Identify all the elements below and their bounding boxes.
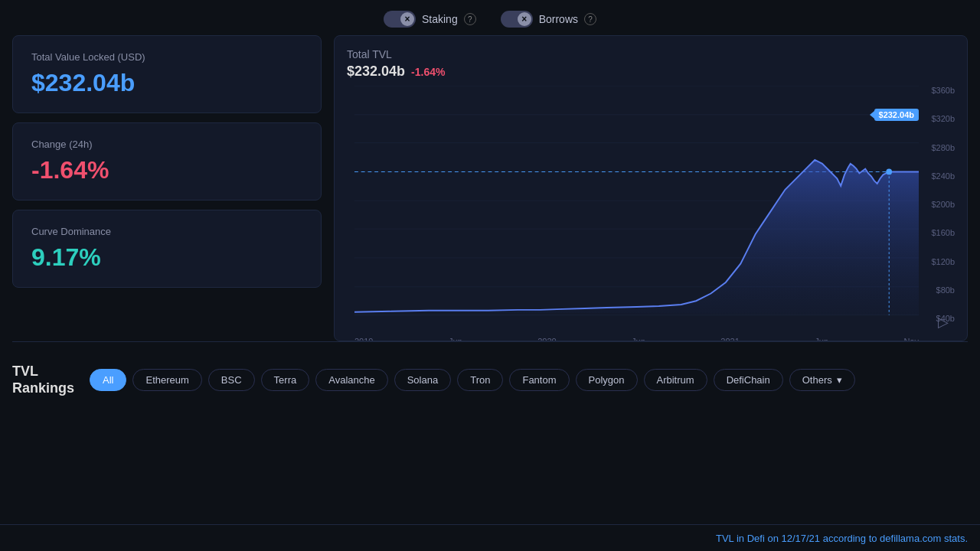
tooltip-value: $232.04b — [879, 110, 914, 119]
staking-help-icon[interactable]: ? — [464, 13, 476, 25]
main-content: Total Value Locked (USD) $232.04b Change… — [0, 35, 980, 341]
y-label-80: $80b — [936, 285, 955, 295]
borrows-toggle[interactable] — [501, 11, 533, 28]
y-label-320: $320b — [931, 114, 955, 123]
rankings-header: TVL Rankings All Ethereum BSC Terra Aval… — [12, 364, 968, 396]
x-label-jun1: Jun — [449, 337, 462, 341]
x-label-2019: 2019 — [354, 337, 373, 341]
top-bar: Staking ? Borrows ? — [0, 0, 980, 35]
rankings-title-line2: Rankings — [12, 380, 74, 396]
change-card: Change (24h) -1.64% — [12, 122, 322, 201]
borrows-toggle-group: Borrows ? — [501, 11, 596, 28]
dominance-label: Curve Dominance — [31, 226, 302, 237]
x-label-2021: 2021 — [720, 337, 739, 341]
chain-btn-all[interactable]: All — [90, 369, 126, 391]
others-dropdown[interactable]: Others ▾ — [789, 369, 855, 391]
stats-panel: Total Value Locked (USD) $232.04b Change… — [12, 35, 334, 341]
x-axis: 2019 Jun 2020 Jun 2021 Jun Nov — [354, 337, 919, 341]
chain-btn-bsc[interactable]: BSC — [208, 369, 255, 391]
bottom-bar: TVL in Defi on 12/17/21 according to def… — [0, 524, 980, 551]
y-label-240: $240b — [931, 171, 955, 181]
x-label-2020: 2020 — [537, 337, 556, 341]
chart-value-row: $232.04b -1.64% — [347, 64, 961, 80]
y-label-200: $200b — [931, 200, 955, 209]
others-label: Others — [802, 374, 832, 386]
chain-btn-defichain[interactable]: DefiChain — [714, 369, 783, 391]
staking-label: Staking — [422, 13, 458, 25]
chart-value: $232.04b — [347, 64, 405, 80]
chain-btn-avalanche[interactable]: Avalanche — [315, 369, 387, 391]
x-label-jun2: Jun — [632, 337, 645, 341]
chain-btn-arbitrum[interactable]: Arbitrum — [644, 369, 707, 391]
chart-change: -1.64% — [411, 66, 445, 78]
x-label-jun3: Jun — [815, 337, 828, 341]
chart-svg — [354, 86, 919, 316]
chart-title: Total TVL — [347, 48, 961, 60]
y-label-360: $360b — [931, 86, 955, 95]
chain-btn-terra[interactable]: Terra — [261, 369, 310, 391]
rankings-title: TVL Rankings — [12, 364, 74, 396]
chain-btn-tron[interactable]: Tron — [457, 369, 503, 391]
change-label: Change (24h) — [31, 139, 302, 150]
chart-tooltip: $232.04b — [874, 109, 919, 121]
change-value: -1.64% — [31, 156, 302, 184]
staking-toggle-knob — [400, 12, 414, 26]
y-axis: $360b $320b $280b $240b $200b $160b $120… — [931, 86, 955, 323]
rankings-section: TVL Rankings All Ethereum BSC Terra Aval… — [0, 351, 980, 396]
chain-btn-polygon[interactable]: Polygon — [576, 369, 638, 391]
chain-btn-ethereum[interactable]: Ethereum — [132, 369, 201, 391]
borrows-label: Borrows — [539, 13, 578, 25]
chain-btn-solana[interactable]: Solana — [394, 369, 451, 391]
dominance-card: Curve Dominance 9.17% — [12, 210, 322, 288]
y-label-160: $160b — [931, 228, 955, 237]
borrows-toggle-knob — [518, 12, 531, 26]
chain-filters: All Ethereum BSC Terra Avalanche Solana … — [90, 369, 855, 391]
staking-toggle[interactable] — [384, 11, 416, 28]
chart-container: $360b $320b $280b $240b $200b $160b $120… — [347, 86, 961, 341]
dominance-value: 9.17% — [31, 243, 302, 272]
staking-toggle-group: Staking ? — [384, 11, 476, 28]
play-button[interactable]: ▷ — [938, 314, 949, 331]
y-label-120: $120b — [931, 257, 955, 266]
tvl-value: $232.04b — [31, 69, 302, 97]
chevron-down-icon: ▾ — [837, 374, 842, 386]
section-divider — [12, 341, 968, 342]
footer-note: TVL in Defi on 12/17/21 according to def… — [716, 533, 968, 544]
tvl-label: Total Value Locked (USD) — [31, 51, 302, 63]
y-label-280: $280b — [931, 143, 955, 152]
x-label-nov: Nov — [903, 337, 919, 341]
svg-point-11 — [886, 169, 892, 175]
borrows-help-icon[interactable]: ? — [584, 13, 596, 25]
chart-panel: Total TVL $232.04b -1.64% — [334, 35, 968, 341]
rankings-title-line1: TVL — [12, 364, 38, 379]
chain-btn-fantom[interactable]: Fantom — [509, 369, 569, 391]
tvl-card: Total Value Locked (USD) $232.04b — [12, 35, 322, 113]
